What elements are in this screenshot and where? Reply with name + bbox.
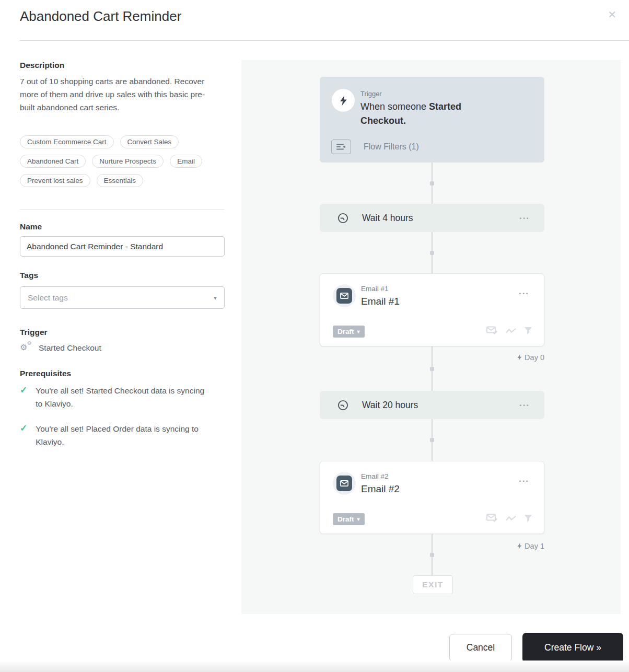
description-label: Description bbox=[20, 61, 64, 70]
step-menu-icon[interactable]: ··· bbox=[516, 213, 533, 223]
trigger-metric-row: ⚙ ⚙ Started Checkout bbox=[20, 343, 101, 353]
cancel-button[interactable]: Cancel bbox=[449, 634, 512, 662]
tags-placeholder: Select tags bbox=[28, 293, 68, 303]
tags-label: Tags bbox=[20, 271, 38, 280]
chevron-down-icon: ▾ bbox=[357, 517, 360, 522]
category-tag-pill: Custom Ecommerce Cart bbox=[20, 135, 114, 148]
filter-lines-icon bbox=[331, 140, 351, 154]
envelope-check-icon bbox=[486, 514, 498, 524]
chevron-down-icon: ▾ bbox=[357, 329, 360, 334]
squiggle-icon bbox=[506, 327, 516, 336]
email-step-label: Email #1 bbox=[361, 285, 389, 293]
email-step-options bbox=[486, 326, 532, 337]
flow-filters-row[interactable]: Flow Filters (1) bbox=[331, 140, 419, 154]
category-tags: Custom Ecommerce Cart Convert Sales Aban… bbox=[20, 135, 229, 187]
description-text: 7 out of 10 shopping carts are abandoned… bbox=[20, 75, 218, 114]
create-flow-modal: Abandoned Cart Reminder ✕ Description 7 … bbox=[0, 0, 629, 672]
email-step-options bbox=[486, 514, 532, 524]
email-step-label: Email #2 bbox=[361, 472, 389, 480]
email-step-card: Email #2 Email #2 ··· Draft ▾ bbox=[320, 461, 544, 534]
section-divider bbox=[20, 209, 225, 210]
squiggle-icon bbox=[506, 514, 516, 524]
metric-gear-icon: ⚙ ⚙ bbox=[20, 343, 30, 353]
flow-connector bbox=[432, 419, 433, 461]
name-label: Name bbox=[20, 222, 42, 231]
status-badge[interactable]: Draft ▾ bbox=[333, 326, 365, 338]
flow-filters-label: Flow Filters (1) bbox=[364, 142, 419, 152]
category-tag-pill: Convert Sales bbox=[120, 135, 179, 148]
flow-connector bbox=[432, 232, 433, 273]
email-step-title: Email #1 bbox=[361, 296, 400, 307]
tags-select[interactable]: Select tags ▾ bbox=[20, 286, 225, 309]
close-icon[interactable]: ✕ bbox=[604, 5, 620, 24]
day-marker: Day 1 bbox=[517, 542, 544, 550]
step-menu-icon[interactable]: ··· bbox=[516, 400, 533, 410]
flow-name-input[interactable] bbox=[20, 236, 225, 257]
category-tag-pill: Essentials bbox=[97, 174, 144, 187]
trigger-card-sentence: When someone Started Checkout. bbox=[360, 100, 502, 128]
wait-step-card: Wait 4 hours ··· bbox=[320, 204, 544, 232]
exit-node: EXIT bbox=[413, 575, 453, 594]
flow-connector bbox=[432, 534, 433, 575]
clock-icon bbox=[337, 400, 348, 411]
day-marker: Day 0 bbox=[517, 353, 544, 362]
page-title: Abandoned Cart Reminder bbox=[20, 8, 181, 25]
lightning-icon bbox=[517, 354, 522, 361]
lightning-icon bbox=[332, 89, 355, 112]
funnel-icon bbox=[524, 514, 532, 524]
step-menu-icon[interactable]: ··· bbox=[516, 476, 532, 486]
status-badge[interactable]: Draft ▾ bbox=[333, 513, 365, 525]
prerequisite-text: You're all set! Placed Order data is syn… bbox=[36, 422, 213, 448]
step-menu-icon[interactable]: ··· bbox=[516, 288, 532, 298]
wait-step-card: Wait 20 hours ··· bbox=[320, 391, 544, 419]
prerequisite-item: ✓ You're all set! Started Checkout data … bbox=[20, 384, 225, 410]
check-icon: ✓ bbox=[20, 422, 27, 435]
header-divider bbox=[20, 40, 629, 41]
trigger-metric-value: Started Checkout bbox=[39, 343, 101, 353]
email-icon bbox=[333, 472, 356, 495]
wait-step-title: Wait 4 hours bbox=[362, 213, 413, 224]
wait-step-title: Wait 20 hours bbox=[362, 400, 418, 411]
day-marker-text: Day 0 bbox=[525, 353, 544, 362]
trigger-card: Trigger When someone Started Checkout. F… bbox=[320, 77, 544, 163]
day-marker-text: Day 1 bbox=[525, 542, 544, 550]
create-flow-button[interactable]: Create Flow » bbox=[522, 633, 623, 663]
category-tag-pill: Prevent lost sales bbox=[20, 174, 90, 187]
prerequisites-label: Prerequisites bbox=[20, 369, 71, 378]
check-icon: ✓ bbox=[20, 384, 27, 397]
trigger-card-label: Trigger bbox=[360, 90, 382, 98]
envelope-check-icon bbox=[486, 326, 498, 337]
flow-connector bbox=[432, 346, 433, 391]
chevron-down-icon: ▾ bbox=[214, 294, 217, 302]
category-tag-pill: Abandoned Cart bbox=[20, 155, 86, 168]
email-step-title: Email #2 bbox=[361, 483, 400, 495]
lightning-icon bbox=[517, 543, 522, 549]
email-icon bbox=[333, 284, 356, 307]
flow-connector bbox=[432, 163, 433, 204]
prerequisite-item: ✓ You're all set! Placed Order data is s… bbox=[20, 422, 225, 448]
trigger-label: Trigger bbox=[20, 328, 48, 337]
category-tag-pill: Nurture Prospects bbox=[92, 155, 164, 168]
clock-icon bbox=[337, 213, 348, 224]
prerequisite-text: You're all set! Started Checkout data is… bbox=[36, 384, 213, 410]
funnel-icon bbox=[524, 327, 532, 337]
email-step-card: Email #1 Email #1 ··· Draft ▾ bbox=[320, 273, 544, 346]
category-tag-pill: Email bbox=[170, 155, 202, 168]
